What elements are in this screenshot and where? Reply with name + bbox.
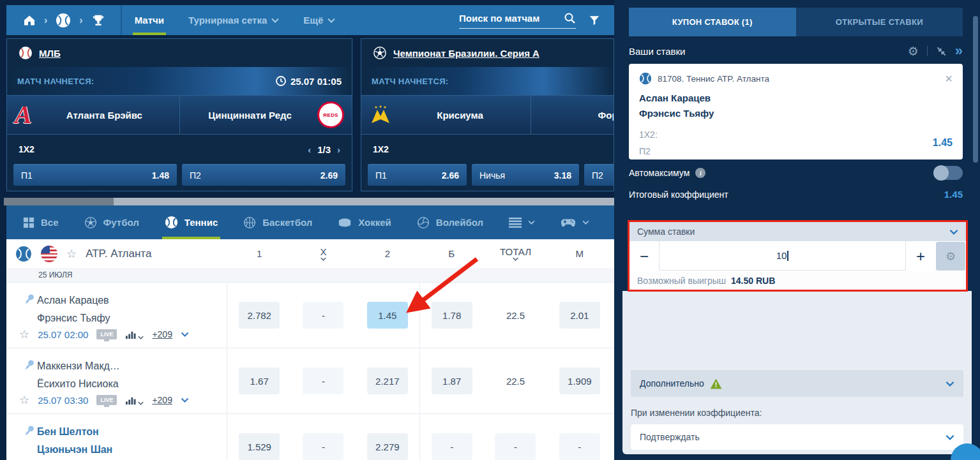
favorite-star-icon[interactable]: ☆ [66,248,77,260]
pin-icon[interactable] [22,359,36,373]
league-title: ATP. Атланта [86,248,151,260]
total-line-value: 22.5 [506,310,525,321]
team-away[interactable]: Форталеза [531,96,614,134]
search-icon[interactable] [564,12,576,24]
odds-cell[interactable]: - [495,433,536,460]
odds-cell[interactable]: - [559,433,600,460]
coef-change-select[interactable]: Подтверждать [631,424,963,450]
odds-cell[interactable]: 2.279 [367,433,408,460]
pager-prev-icon[interactable]: ‹ [308,144,311,155]
tab-open-bets[interactable]: ОТКРЫТЫЕ СТАВКИ [796,8,963,36]
trophy-icon[interactable] [91,13,105,27]
sport-tab-hockey[interactable]: Хоккей [338,205,391,239]
stake-amount-dropdown[interactable]: Сумма ставки [629,222,966,241]
chevron-down-icon[interactable] [181,332,189,337]
league-link-brazil[interactable]: Чемпионат Бразилии. Серия А [393,48,539,59]
more-markets-link[interactable]: +209 [152,395,172,405]
increase-stake-button[interactable]: + [906,241,935,271]
player-name[interactable]: Цзюньчэн Шан [37,441,227,459]
tab-more[interactable]: Ещё [303,5,335,35]
odds-cell[interactable]: 2.782 [239,302,280,329]
stats-icon[interactable] [125,330,144,339]
odds-cell[interactable]: 1.909 [559,367,600,394]
tab-bet-coupon-label: КУПОН СТАВОК (1) [672,17,753,27]
bet-odds-value: 1.45 [933,137,953,149]
stake-input[interactable]: 10 [659,241,906,271]
pin-icon[interactable] [22,293,36,307]
sport-tab-volleyball[interactable]: Волейбол [417,205,483,239]
chevron-down-icon[interactable] [181,397,189,403]
favorite-star-icon[interactable]: ☆ [19,394,29,406]
additional-label: Дополнительно [640,378,704,389]
odds-label: П2 [190,170,201,181]
odds-cell[interactable]: 2.217 [367,367,408,394]
odds-button-p1[interactable]: П1 1.48 [13,164,177,186]
close-icon[interactable]: × [945,72,953,85]
sport-tab-basketball[interactable]: Баскетбол [243,205,312,239]
double-chevron-right-icon[interactable]: » [955,44,963,58]
odds-cell-selected[interactable]: 1.45 [367,302,408,329]
football-icon [84,216,97,229]
chevron-down-icon [138,401,144,405]
league-link-mlb[interactable]: МЛБ [39,48,61,59]
info-icon[interactable]: i [695,168,705,178]
odds-cell[interactable]: - [303,433,343,460]
odds-button-p1[interactable]: П1 2.66 [368,164,467,186]
gear-icon[interactable]: ⚙ [908,45,919,57]
odds-cell[interactable]: - [432,433,472,460]
chevron-down-icon [138,336,144,339]
team-home-name: Атланта Брэйвс [37,110,172,121]
horizontal-scrollbar[interactable] [4,198,614,205]
player-name[interactable]: Ёсихито Нисиока [37,375,227,393]
sport-tab-tennis[interactable]: Теннис [165,205,218,239]
player-name[interactable]: Бен Шелтон [37,423,227,441]
tennis-icon[interactable] [56,13,71,28]
additional-accordion[interactable]: Дополнительно ! [631,370,963,397]
collapse-icon[interactable] [936,46,947,57]
sports-filter-bar: Все Футбол Теннис Баскетбол Хоккей Волей… [6,205,614,239]
pin-icon[interactable] [22,424,36,438]
tab-matches[interactable]: Матчи [135,5,164,35]
tab-bet-coupon[interactable]: КУПОН СТАВОК (1) [629,8,796,36]
odds-button-p2[interactable]: П2 2.69 [182,164,345,186]
favorite-star-icon[interactable]: ☆ [19,329,29,340]
odds-cell[interactable]: 1.87 [432,367,472,394]
match-search-input[interactable]: Поиск по матчам [459,12,576,29]
pager-next-icon[interactable]: › [337,144,340,155]
decrease-stake-button[interactable]: − [629,241,659,271]
player-name[interactable]: Маккензи Макд… [37,357,227,375]
sports-list-menu[interactable] [509,205,535,239]
player-name[interactable]: Фрэнсис Тьяфу [37,309,227,327]
odds-button-draw[interactable]: Ничья 3.18 [472,164,579,186]
more-markets-link[interactable]: +209 [152,329,172,339]
possible-win-value: 14.50 RUB [731,276,775,286]
stake-settings-button[interactable]: ⚙ [936,242,965,271]
team-home[interactable]: Крисиума [361,96,531,134]
team-away[interactable]: Цинциннати Редс REDS [179,96,352,134]
odds-value: 3.18 [554,170,571,181]
home-icon[interactable] [23,14,36,27]
pager-position: 1/3 [317,144,331,155]
odds-button-p2[interactable]: П2 [584,164,614,186]
column-header-x[interactable]: X [320,246,326,257]
sport-tab-all[interactable]: Все [23,205,59,239]
esports-menu[interactable] [561,205,589,239]
odds-cell[interactable]: 1.78 [432,302,472,329]
stats-icon[interactable] [125,396,144,405]
tab-tournament-bracket[interactable]: Турнирная сетка [188,5,279,35]
odds-cell[interactable]: 2.01 [559,302,600,329]
horizontal-scrollbar-thumb[interactable] [4,198,114,205]
odds-cell[interactable]: - [303,302,343,329]
column-header-m: М [576,248,584,259]
filter-icon[interactable] [589,15,600,26]
column-header-total[interactable]: ТОТАЛ [500,246,531,257]
breadcrumb: › › [6,5,122,35]
vertical-scrollbar-thumb[interactable] [973,16,978,163]
sport-tab-football[interactable]: Футбол [84,205,139,239]
team-home[interactable]: A Атланта Брэйвс [7,96,179,134]
automax-toggle[interactable] [933,166,963,180]
odds-cell[interactable]: 1.529 [239,433,280,460]
player-name[interactable]: Аслан Карацев [37,292,227,309]
odds-cell[interactable]: 1.67 [239,367,280,394]
odds-cell[interactable]: - [303,367,343,394]
